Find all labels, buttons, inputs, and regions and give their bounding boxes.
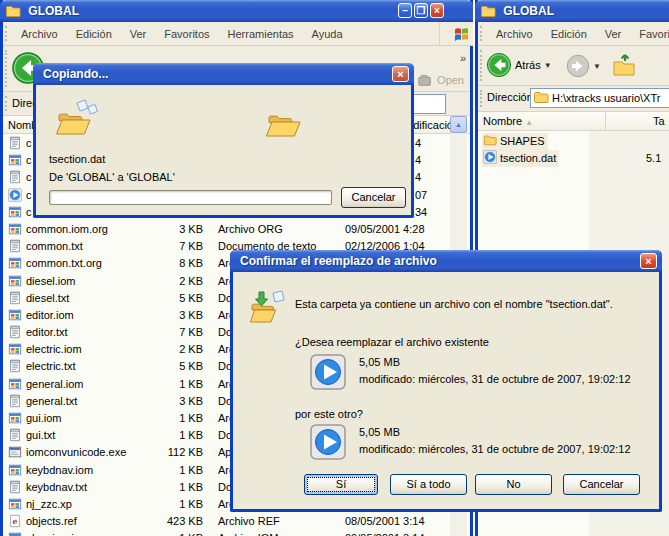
- copy-from-to: De 'GLOBAL' a 'GLOBAL': [49, 171, 175, 183]
- menu-item-edicin[interactable]: Edición: [543, 25, 595, 43]
- dialog-title: Confirmar el reemplazo de archivo: [240, 254, 437, 268]
- close-icon[interactable]: ×: [392, 66, 409, 82]
- iom-file-icon: [8, 256, 22, 270]
- cancel-button[interactable]: Cancelar: [341, 187, 406, 208]
- file-row[interactable]: SHAPES: [478, 133, 669, 150]
- file-size: 112 KB: [118, 444, 203, 461]
- dialog-body: tsection.dat De 'GLOBAL' a 'GLOBAL' Canc…: [36, 85, 411, 215]
- file-size: 5 KB: [118, 358, 203, 375]
- file-type: Archivo REF: [218, 513, 280, 530]
- minimize-button[interactable]: –: [398, 3, 412, 18]
- window-titlebar[interactable]: GLOBAL: [475, 0, 669, 22]
- maximize-button[interactable]: ❒: [414, 3, 428, 18]
- column-header-name[interactable]: Nombre ▲: [478, 112, 606, 131]
- file-size: 1 KB: [118, 427, 203, 444]
- no-button[interactable]: No: [475, 474, 552, 495]
- dialog-titlebar[interactable]: Confirmar el reemplazo de archivo ×: [230, 250, 662, 272]
- app-file-icon: [8, 445, 22, 459]
- back-button[interactable]: Atrás ▼: [486, 52, 552, 78]
- file-date-fragment: 4: [415, 169, 421, 186]
- file-date: 09/05/2001 3:14: [345, 530, 425, 536]
- file-name: common.txt.org: [26, 255, 102, 272]
- scroll-up-icon[interactable]: ▲: [450, 116, 467, 133]
- file-name: diesel.txt: [26, 290, 69, 307]
- up-button[interactable]: [612, 53, 636, 77]
- confirm-question2: por este otro?: [295, 408, 363, 420]
- window-titlebar[interactable]: GLOBAL – ❒ ×: [0, 0, 473, 22]
- window-title: GLOBAL: [28, 4, 79, 18]
- forward-button[interactable]: ▼: [566, 54, 601, 78]
- file-name: common.txt: [26, 238, 83, 255]
- file-row[interactable]: common.iom.org3 KBArchivo ORG09/05/2001 …: [3, 221, 450, 238]
- iom-file-icon: [8, 497, 22, 511]
- menu-item-ver[interactable]: Ver: [122, 25, 155, 43]
- address-input[interactable]: H:\xtracks usuario\XTr: [530, 88, 669, 108]
- replace-folder-icon: [249, 290, 289, 326]
- file-date-fragment: 34: [415, 204, 427, 221]
- file-date: 08/05/2001 3:14: [345, 513, 425, 530]
- menu-item-archivo[interactable]: Archivo: [13, 25, 66, 43]
- file-name: objects.ref: [26, 513, 77, 530]
- yes-to-all-button[interactable]: Sí a todo: [390, 474, 467, 495]
- file-name: editor.iom: [26, 307, 74, 324]
- txt-file-icon: [8, 239, 22, 253]
- txt-file-icon: [8, 291, 22, 305]
- file-row[interactable]: planview.iom1 KBArchivo IOM09/05/2001 3:…: [3, 530, 450, 536]
- yes-button[interactable]: Sí: [304, 474, 378, 495]
- menu-item-favoritos[interactable]: Favoritos: [156, 25, 217, 43]
- file-name: gui.iom: [26, 410, 61, 427]
- file-row-highlight: tsection.dat: [482, 150, 559, 167]
- replacement-file-size: 5,05 MB: [359, 426, 400, 438]
- menu-item-archivo[interactable]: Archivo: [488, 25, 541, 43]
- media-file-icon: [483, 150, 497, 164]
- open-button[interactable]: Open: [417, 72, 464, 88]
- column-header-size[interactable]: Ta: [607, 112, 669, 131]
- file-row[interactable]: eobjects.ref423 KBArchivo REF08/05/2001 …: [3, 513, 450, 530]
- dialog-titlebar[interactable]: Copiando... ×: [33, 63, 414, 85]
- file-name: keybdnav.iom: [26, 462, 93, 479]
- file-size: 5 KB: [118, 290, 203, 307]
- iom-file-icon: [8, 153, 22, 167]
- confirm-question1: ¿Desea reemplazar el archivo existente: [295, 336, 489, 348]
- menu-item-ver[interactable]: Ver: [597, 25, 630, 43]
- forward-icon: [566, 54, 590, 78]
- iom-file-icon: [8, 205, 22, 219]
- file-row[interactable]: tsection.dat5.1: [478, 150, 669, 167]
- replacement-file-modified: modificado: miércoles, 31 de octubre de …: [359, 443, 631, 455]
- txt-file-icon: [8, 394, 22, 408]
- file-name: c: [26, 204, 32, 221]
- file-date-fragment: 4: [415, 135, 421, 152]
- toolbar-grip: [5, 50, 8, 87]
- txt-file-icon: [8, 428, 22, 442]
- file-name: editor.txt: [26, 324, 68, 341]
- back-label: Atrás: [515, 59, 541, 71]
- iom-file-icon: [8, 531, 22, 536]
- window-title: GLOBAL: [503, 4, 554, 18]
- copy-source-icon: [55, 98, 103, 138]
- close-button[interactable]: ×: [430, 3, 444, 18]
- media-file-icon: [8, 188, 22, 202]
- file-size: 5.1: [646, 150, 661, 167]
- close-icon[interactable]: ×: [640, 253, 657, 269]
- file-name: keybdnav.txt: [26, 479, 87, 496]
- address-label: Dirección: [487, 91, 533, 103]
- menu-item-herramientas[interactable]: Herramientas: [220, 25, 302, 43]
- copy-file-name: tsection.dat: [49, 153, 105, 165]
- file-name: electric.txt: [26, 358, 76, 375]
- file-name: SHAPES: [500, 135, 545, 147]
- toolbar-grip: [480, 50, 483, 81]
- file-size: 3 KB: [118, 307, 203, 324]
- cancel-button[interactable]: Cancelar: [563, 474, 640, 495]
- iom-file-icon: [8, 308, 22, 322]
- iom-file-icon: [8, 377, 22, 391]
- dialog-body: Esta carpeta ya contiene un archivo con …: [233, 272, 659, 509]
- ref-file-icon: e: [8, 514, 22, 528]
- file-type: Archivo ORG: [218, 221, 283, 238]
- existing-file-modified: modificado: miércoles, 31 de octubre de …: [359, 373, 631, 385]
- toolbar-grip: [5, 26, 8, 41]
- menu-item-favoritos[interactable]: Favoritos: [631, 25, 669, 43]
- menu-item-ayuda[interactable]: Ayuda: [304, 25, 351, 43]
- menu-item-edicin[interactable]: Edición: [68, 25, 120, 43]
- txt-file-icon: [8, 325, 22, 339]
- toolbar-overflow-icon[interactable]: »: [460, 52, 466, 64]
